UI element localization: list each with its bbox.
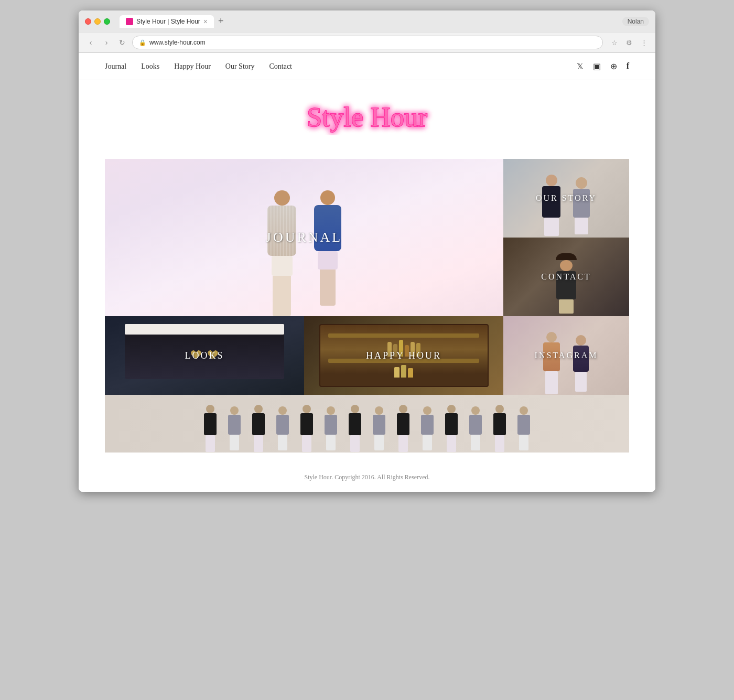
browser-toolbar-icons: ☆ ⚙ ⋮ (609, 37, 649, 48)
site-footer: Style Hour. Copyright 2016. All Rights R… (79, 463, 655, 492)
nav-happy-hour[interactable]: Happy Hour (174, 62, 211, 71)
twitter-icon[interactable]: 𝕏 (577, 61, 584, 71)
grid-row-1: JOURNAL (105, 159, 629, 316)
figure-1 (258, 190, 306, 316)
tab-title: Style Hour | Style Hour (136, 18, 200, 25)
contact-cell[interactable]: CONTACT (503, 238, 629, 316)
user-chip: Nolan (622, 17, 649, 26)
refresh-button[interactable]: ↻ (116, 37, 128, 48)
photo-grid: JOURNAL (79, 159, 655, 463)
site-navigation: Journal Looks Happy Hour Our Story Conta… (79, 53, 655, 80)
journal-cell[interactable]: JOURNAL (105, 159, 503, 316)
maximize-button[interactable] (104, 18, 110, 25)
looks-cell[interactable]: LOOKS (105, 316, 304, 395)
nav-contact[interactable]: Contact (269, 62, 292, 71)
our-story-figures (537, 169, 596, 238)
traffic-lights (85, 18, 110, 25)
svg-text:Style Hour: Style Hour (307, 102, 427, 132)
tab-close-icon[interactable]: × (203, 17, 208, 26)
instagram-icon[interactable]: ▣ (593, 61, 601, 71)
footer-text: Style Hour. Copyright 2016. All Rights R… (305, 473, 430, 481)
title-bar: Style Hour | Style Hour × + Nolan (79, 10, 655, 32)
browser-nav-bar: ‹ › ↻ 🔒 www.style-hour.com ☆ ⚙ ⋮ (79, 32, 655, 52)
our-story-photo (503, 159, 629, 238)
facebook-icon[interactable]: f (627, 61, 629, 71)
tab-favicon (126, 18, 133, 25)
nav-our-story[interactable]: Our Story (225, 62, 255, 71)
journal-photo (105, 159, 503, 316)
minimize-button[interactable] (94, 18, 101, 25)
social-links: 𝕏 ▣ ⊕ f (577, 61, 629, 71)
pinterest-icon[interactable]: ⊕ (610, 61, 617, 71)
url-bar[interactable]: 🔒 www.style-hour.com (132, 36, 603, 49)
website-content: Journal Looks Happy Hour Our Story Conta… (79, 53, 655, 492)
forward-button[interactable]: › (101, 37, 112, 48)
bookmark-icon[interactable]: ☆ (609, 37, 620, 48)
browser-window: Style Hour | Style Hour × + Nolan ‹ › ↻ … (79, 10, 655, 492)
strip-photos (105, 395, 629, 453)
back-button[interactable]: ‹ (85, 37, 96, 48)
contact-photo (503, 238, 629, 316)
new-tab-button[interactable]: + (214, 15, 228, 28)
tab-area: Style Hour | Style Hour × + (120, 15, 618, 28)
logo-area: Style Hour Style Hour Style Hour (79, 80, 655, 159)
browser-chrome: Style Hour | Style Hour × + Nolan ‹ › ↻ … (79, 10, 655, 53)
happy-hour-photo (304, 316, 503, 395)
nav-journal[interactable]: Journal (105, 62, 126, 71)
nav-looks[interactable]: Looks (141, 62, 159, 71)
instagram-strip[interactable] (105, 395, 629, 453)
url-text: www.style-hour.com (149, 39, 206, 46)
menu-icon[interactable]: ⋮ (639, 37, 649, 48)
nav-links: Journal Looks Happy Hour Our Story Conta… (105, 62, 577, 71)
figure-2 (306, 190, 350, 306)
looks-photo (105, 316, 304, 395)
instagram-photo (503, 316, 629, 395)
strip-figure-group (199, 400, 535, 453)
close-button[interactable] (85, 18, 91, 25)
instagram-cell[interactable]: INSTAGRAM (503, 316, 629, 395)
journal-figures (258, 169, 350, 316)
site-logo[interactable]: Style Hour Style Hour Style Hour (299, 91, 435, 143)
ssl-icon: 🔒 (139, 39, 146, 46)
active-tab[interactable]: Style Hour | Style Hour × (120, 15, 214, 28)
our-story-cell[interactable]: OUR STORY (503, 159, 629, 238)
right-column: OUR STORY (503, 159, 629, 316)
extensions-icon[interactable]: ⚙ (624, 37, 634, 48)
grid-row-2: LOOKS (105, 316, 629, 395)
happy-hour-cell[interactable]: HAPPY HOUR (304, 316, 503, 395)
